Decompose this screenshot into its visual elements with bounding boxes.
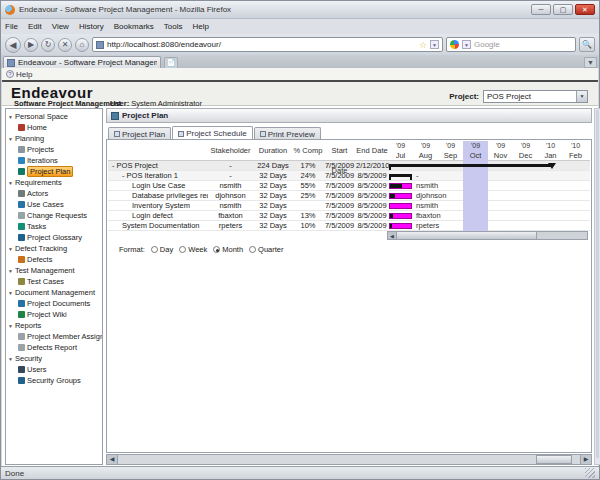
task-row-login-defect[interactable]: Login defectfbaxton32 Days13%7/5/20098/5… <box>108 211 590 221</box>
sidebar-section-document-management[interactable]: ▼Document Management <box>6 287 102 298</box>
sidebar-item-project-glossary[interactable]: Project Glossary <box>6 232 102 243</box>
sidebar-item-iterations[interactable]: Iterations <box>6 155 102 166</box>
gantt-bar-pos-project[interactable] <box>389 164 552 167</box>
menu-help[interactable]: Help <box>192 22 208 31</box>
menu-tools[interactable]: Tools <box>164 22 183 31</box>
sidebar-section-reports[interactable]: ▼Reports <box>6 320 102 331</box>
format-option-quarter[interactable]: Quarter <box>249 245 283 254</box>
project-select[interactable]: POS Project ▼ <box>483 90 588 103</box>
collapse-arrow-icon[interactable]: ▼ <box>8 136 13 142</box>
gantt-bar-pos-iteration-1[interactable] <box>389 174 412 177</box>
menu-view[interactable]: View <box>52 22 69 31</box>
task-row-system-documentation[interactable]: System Documentationrpeters32 Days10%7/5… <box>108 221 590 231</box>
actors-icon <box>18 190 25 197</box>
new-tab-button[interactable]: 📄 <box>164 57 178 68</box>
sidebar-item-projects[interactable]: Projects <box>6 144 102 155</box>
collapse-arrow-icon[interactable]: ▼ <box>8 356 13 362</box>
browser-tab-endeavour[interactable]: Endeavour - Software Project Managem... <box>3 56 161 68</box>
gantt-horizontal-scrollbar[interactable]: ◀ <box>387 231 588 240</box>
year-label: '09 <box>438 141 463 151</box>
format-option-day[interactable]: Day <box>151 245 173 254</box>
bar-cap <box>389 164 391 170</box>
menu-history[interactable]: History <box>79 22 104 31</box>
collapse-arrow-icon[interactable]: ▼ <box>8 180 13 186</box>
gantt-bar-login-use-case[interactable] <box>389 183 412 189</box>
restore-button[interactable]: ▢ <box>553 4 573 15</box>
sidebar-item-change-requests[interactable]: Change Requests <box>6 210 102 221</box>
sidebar-item-project-wiki[interactable]: Project Wiki <box>6 309 102 320</box>
reload-button[interactable]: ↻ <box>41 38 55 52</box>
stop-button[interactable]: ✕ <box>58 38 72 52</box>
radio-icon[interactable] <box>179 246 186 253</box>
project-select-arrow-icon[interactable]: ▼ <box>576 91 587 102</box>
back-button[interactable]: ◀ <box>5 37 21 53</box>
collapse-arrow-icon[interactable]: ▼ <box>8 268 13 274</box>
sidebar-section-security[interactable]: ▼Security <box>6 353 102 364</box>
hscroll-left-icon[interactable]: ◀ <box>107 455 118 464</box>
sidebar-item-security-groups[interactable]: Security Groups <box>6 375 102 386</box>
search-engine-dropdown-icon[interactable]: ▼ <box>462 40 471 49</box>
gantt-bar-system-documentation[interactable] <box>389 223 412 229</box>
hscroll-right-icon[interactable]: ▶ <box>580 455 591 464</box>
sidebar-item-project-documents[interactable]: Project Documents <box>6 298 102 309</box>
vscroll-thumb[interactable] <box>596 110 599 458</box>
task-row-inventory-system[interactable]: Inventory Systemnsmith32 Days7/5/20098/5… <box>108 201 590 211</box>
radio-icon[interactable] <box>249 246 256 253</box>
gantt-bar-database-privileges-request[interactable] <box>389 193 412 199</box>
sidebar-section-defect-tracking[interactable]: ▼Defect Tracking <box>6 243 102 254</box>
url-bar[interactable]: ☆ ▼ <box>92 37 443 52</box>
task-row-login-use-case[interactable]: Login Use Casensmith32 Days55%7/5/20098/… <box>108 181 590 191</box>
page-horizontal-scrollbar[interactable]: ◀ ▶ <box>106 454 592 465</box>
year-label: '09 <box>388 141 413 151</box>
task-duration: 32 Days <box>253 221 293 231</box>
sidebar-section-requirements[interactable]: ▼Requirements <box>6 177 102 188</box>
sidebar-section-test-management[interactable]: ▼Test Management <box>6 265 102 276</box>
collapse-arrow-icon[interactable]: ▼ <box>8 246 13 252</box>
sidebar-item-defects-report[interactable]: Defects Report <box>6 342 102 353</box>
resize-grip-icon[interactable] <box>585 468 595 478</box>
sidebar-item-project-plan[interactable]: Project Plan <box>6 166 102 177</box>
format-option-month[interactable]: Month <box>213 245 243 254</box>
url-dropdown-icon[interactable]: ▼ <box>430 40 439 49</box>
hscroll-thumb[interactable] <box>536 455 572 464</box>
close-button[interactable]: ✕ <box>575 4 595 15</box>
tab-project-schedule[interactable]: Project Schedule <box>172 126 252 140</box>
sidebar-item-actors[interactable]: Actors <box>6 188 102 199</box>
search-go-icon[interactable]: 🔍 <box>579 37 595 52</box>
sidebar-item-use-cases[interactable]: Use Cases <box>6 199 102 210</box>
page-vertical-scrollbar[interactable] <box>594 108 600 465</box>
sidebar-item-project-member-assignments[interactable]: Project Member Assignments <box>6 331 102 342</box>
sidebar-section-planning[interactable]: ▼Planning <box>6 133 102 144</box>
gantt-bar-inventory-system[interactable] <box>389 203 412 209</box>
menu-file[interactable]: File <box>5 22 18 31</box>
list-all-tabs-icon[interactable]: ▼ <box>584 57 597 68</box>
sidebar-item-test-cases[interactable]: Test Cases <box>6 276 102 287</box>
gantt-bar-login-defect[interactable] <box>389 213 412 219</box>
collapse-arrow-icon[interactable]: ▼ <box>8 323 13 329</box>
search-bar[interactable]: ▼ Google <box>446 37 576 52</box>
sidebar-item-users[interactable]: Users <box>6 364 102 375</box>
task-row-pos-project[interactable]: - POS Project-224 Days17%7/5/20092/12/20… <box>108 161 590 171</box>
forward-button[interactable]: ▶ <box>24 38 38 52</box>
sidebar-item-tasks[interactable]: Tasks <box>6 221 102 232</box>
sidebar-section-personal-space[interactable]: ▼Personal Space <box>6 111 102 122</box>
year-label: '10 <box>563 141 588 151</box>
collapse-arrow-icon[interactable]: ▼ <box>8 114 13 120</box>
home-button[interactable]: ⌂ <box>75 38 89 52</box>
task-row-database-privileges-request[interactable]: Database privileges requestdjohnson32 Da… <box>108 191 590 201</box>
gantt-scroll-thumb[interactable] <box>397 232 537 239</box>
bookmark-star-icon[interactable]: ☆ <box>419 40 427 50</box>
menu-bookmarks[interactable]: Bookmarks <box>114 22 154 31</box>
menu-edit[interactable]: Edit <box>28 22 42 31</box>
radio-icon[interactable] <box>151 246 158 253</box>
gantt-scroll-left-icon[interactable]: ◀ <box>388 232 397 239</box>
collapse-arrow-icon[interactable]: ▼ <box>8 290 13 296</box>
sidebar-item-home[interactable]: Home <box>6 122 102 133</box>
radio-icon[interactable] <box>213 246 220 253</box>
sidebar-item-defects[interactable]: Defects <box>6 254 102 265</box>
help-link[interactable]: Help <box>16 70 32 79</box>
task-row-pos-iteration-1[interactable]: - POS Iteration 1-32 Days24%7/5/20098/5/… <box>108 171 590 181</box>
minimize-button[interactable]: ─ <box>531 4 551 15</box>
url-input[interactable] <box>107 40 416 49</box>
format-option-week[interactable]: Week <box>179 245 207 254</box>
